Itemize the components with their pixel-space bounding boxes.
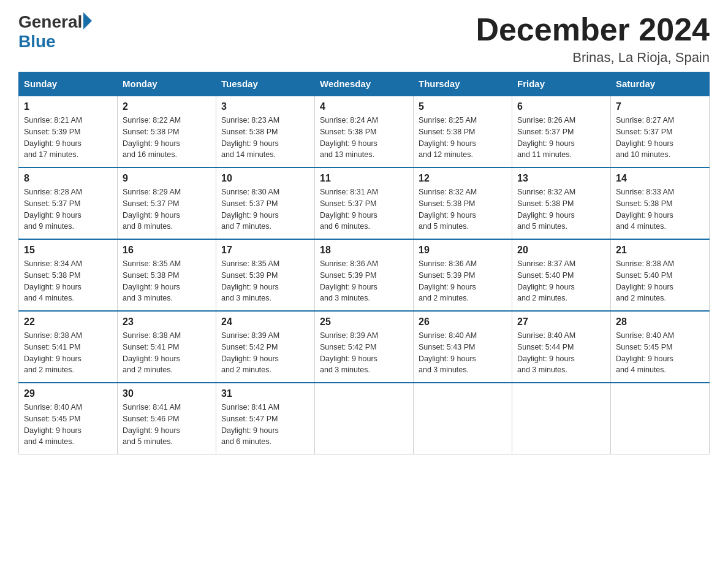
- month-title: December 2024: [476, 12, 710, 47]
- day-info: Sunrise: 8:38 AMSunset: 5:41 PMDaylight:…: [123, 330, 211, 376]
- day-info: Sunrise: 8:26 AMSunset: 5:37 PMDaylight:…: [517, 115, 605, 161]
- day-number: 4: [320, 101, 408, 112]
- day-number: 11: [320, 173, 408, 184]
- day-info: Sunrise: 8:38 AMSunset: 5:41 PMDaylight:…: [24, 330, 112, 376]
- day-info: Sunrise: 8:41 AMSunset: 5:46 PMDaylight:…: [123, 402, 211, 448]
- calendar-cell: 29Sunrise: 8:40 AMSunset: 5:45 PMDayligh…: [19, 383, 118, 454]
- calendar-cell: 2Sunrise: 8:22 AMSunset: 5:38 PMDaylight…: [118, 96, 216, 167]
- day-number: 2: [123, 101, 211, 112]
- calendar-cell: 4Sunrise: 8:24 AMSunset: 5:38 PMDaylight…: [315, 96, 414, 167]
- day-number: 15: [24, 245, 112, 256]
- day-number: 24: [221, 316, 309, 327]
- day-number: 23: [123, 316, 211, 327]
- day-info: Sunrise: 8:21 AMSunset: 5:39 PMDaylight:…: [24, 115, 112, 161]
- logo-arrow-icon: [83, 12, 92, 29]
- column-header-thursday: Thursday: [414, 72, 512, 96]
- column-header-tuesday: Tuesday: [216, 72, 315, 96]
- logo-blue-text: Blue: [18, 32, 56, 52]
- calendar-week-row: 1Sunrise: 8:21 AMSunset: 5:39 PMDaylight…: [19, 96, 710, 167]
- calendar-cell: 28Sunrise: 8:40 AMSunset: 5:45 PMDayligh…: [611, 311, 710, 383]
- calendar-cell: 7Sunrise: 8:27 AMSunset: 5:37 PMDaylight…: [611, 96, 710, 167]
- day-number: 16: [123, 245, 211, 256]
- calendar-cell: 8Sunrise: 8:28 AMSunset: 5:37 PMDaylight…: [19, 167, 118, 239]
- day-number: 20: [517, 245, 605, 256]
- calendar-cell: 18Sunrise: 8:36 AMSunset: 5:39 PMDayligh…: [315, 239, 414, 311]
- calendar-cell: 17Sunrise: 8:35 AMSunset: 5:39 PMDayligh…: [216, 239, 315, 311]
- day-info: Sunrise: 8:36 AMSunset: 5:39 PMDaylight:…: [419, 258, 507, 304]
- day-number: 10: [221, 173, 309, 184]
- calendar-header-row: SundayMondayTuesdayWednesdayThursdayFrid…: [19, 72, 710, 96]
- logo: General Blue: [18, 12, 92, 52]
- day-number: 12: [419, 173, 507, 184]
- day-number: 31: [221, 388, 309, 399]
- day-number: 7: [616, 101, 704, 112]
- day-info: Sunrise: 8:25 AMSunset: 5:38 PMDaylight:…: [419, 115, 507, 161]
- calendar-cell: [512, 383, 611, 454]
- calendar-week-row: 15Sunrise: 8:34 AMSunset: 5:38 PMDayligh…: [19, 239, 710, 311]
- calendar-cell: 16Sunrise: 8:35 AMSunset: 5:38 PMDayligh…: [118, 239, 216, 311]
- day-number: 25: [320, 316, 408, 327]
- day-number: 13: [517, 173, 605, 184]
- day-number: 3: [221, 101, 309, 112]
- day-number: 30: [123, 388, 211, 399]
- calendar-cell: 23Sunrise: 8:38 AMSunset: 5:41 PMDayligh…: [118, 311, 216, 383]
- calendar-cell: [414, 383, 512, 454]
- calendar-week-row: 22Sunrise: 8:38 AMSunset: 5:41 PMDayligh…: [19, 311, 710, 383]
- calendar-week-row: 8Sunrise: 8:28 AMSunset: 5:37 PMDaylight…: [19, 167, 710, 239]
- calendar-cell: 24Sunrise: 8:39 AMSunset: 5:42 PMDayligh…: [216, 311, 315, 383]
- day-info: Sunrise: 8:29 AMSunset: 5:37 PMDaylight:…: [123, 186, 211, 232]
- day-number: 14: [616, 173, 704, 184]
- calendar-cell: 21Sunrise: 8:38 AMSunset: 5:40 PMDayligh…: [611, 239, 710, 311]
- day-info: Sunrise: 8:40 AMSunset: 5:45 PMDaylight:…: [616, 330, 704, 376]
- column-header-friday: Friday: [512, 72, 611, 96]
- calendar-cell: 20Sunrise: 8:37 AMSunset: 5:40 PMDayligh…: [512, 239, 611, 311]
- day-number: 6: [517, 101, 605, 112]
- day-info: Sunrise: 8:41 AMSunset: 5:47 PMDaylight:…: [221, 402, 309, 448]
- day-info: Sunrise: 8:35 AMSunset: 5:38 PMDaylight:…: [123, 258, 211, 304]
- calendar-cell: 12Sunrise: 8:32 AMSunset: 5:38 PMDayligh…: [414, 167, 512, 239]
- calendar-cell: 5Sunrise: 8:25 AMSunset: 5:38 PMDaylight…: [414, 96, 512, 167]
- location-title: Brinas, La Rioja, Spain: [476, 50, 710, 66]
- day-info: Sunrise: 8:32 AMSunset: 5:38 PMDaylight:…: [419, 186, 507, 232]
- day-number: 26: [419, 316, 507, 327]
- logo-general-text: General: [18, 12, 82, 32]
- day-number: 27: [517, 316, 605, 327]
- calendar-cell: 22Sunrise: 8:38 AMSunset: 5:41 PMDayligh…: [19, 311, 118, 383]
- calendar-cell: 31Sunrise: 8:41 AMSunset: 5:47 PMDayligh…: [216, 383, 315, 454]
- day-info: Sunrise: 8:32 AMSunset: 5:38 PMDaylight:…: [517, 186, 605, 232]
- day-info: Sunrise: 8:39 AMSunset: 5:42 PMDaylight:…: [221, 330, 309, 376]
- calendar-cell: [315, 383, 414, 454]
- day-info: Sunrise: 8:22 AMSunset: 5:38 PMDaylight:…: [123, 115, 211, 161]
- day-info: Sunrise: 8:33 AMSunset: 5:38 PMDaylight:…: [616, 186, 704, 232]
- calendar-cell: 13Sunrise: 8:32 AMSunset: 5:38 PMDayligh…: [512, 167, 611, 239]
- calendar-cell: 14Sunrise: 8:33 AMSunset: 5:38 PMDayligh…: [611, 167, 710, 239]
- day-info: Sunrise: 8:34 AMSunset: 5:38 PMDaylight:…: [24, 258, 112, 304]
- calendar-cell: 30Sunrise: 8:41 AMSunset: 5:46 PMDayligh…: [118, 383, 216, 454]
- day-info: Sunrise: 8:31 AMSunset: 5:37 PMDaylight:…: [320, 186, 408, 232]
- day-number: 1: [24, 101, 112, 112]
- calendar-cell: 10Sunrise: 8:30 AMSunset: 5:37 PMDayligh…: [216, 167, 315, 239]
- day-number: 28: [616, 316, 704, 327]
- column-header-sunday: Sunday: [19, 72, 118, 96]
- column-header-monday: Monday: [118, 72, 216, 96]
- page-header: General Blue December 2024 Brinas, La Ri…: [18, 12, 710, 66]
- day-info: Sunrise: 8:40 AMSunset: 5:44 PMDaylight:…: [517, 330, 605, 376]
- calendar-cell: 11Sunrise: 8:31 AMSunset: 5:37 PMDayligh…: [315, 167, 414, 239]
- column-header-saturday: Saturday: [611, 72, 710, 96]
- calendar-cell: 27Sunrise: 8:40 AMSunset: 5:44 PMDayligh…: [512, 311, 611, 383]
- day-info: Sunrise: 8:38 AMSunset: 5:40 PMDaylight:…: [616, 258, 704, 304]
- day-info: Sunrise: 8:30 AMSunset: 5:37 PMDaylight:…: [221, 186, 309, 232]
- day-info: Sunrise: 8:40 AMSunset: 5:43 PMDaylight:…: [419, 330, 507, 376]
- day-number: 29: [24, 388, 112, 399]
- day-number: 18: [320, 245, 408, 256]
- day-number: 19: [419, 245, 507, 256]
- day-info: Sunrise: 8:24 AMSunset: 5:38 PMDaylight:…: [320, 115, 408, 161]
- column-header-wednesday: Wednesday: [315, 72, 414, 96]
- day-number: 8: [24, 173, 112, 184]
- calendar-table: SundayMondayTuesdayWednesdayThursdayFrid…: [18, 72, 710, 454]
- calendar-cell: 1Sunrise: 8:21 AMSunset: 5:39 PMDaylight…: [19, 96, 118, 167]
- day-info: Sunrise: 8:35 AMSunset: 5:39 PMDaylight:…: [221, 258, 309, 304]
- calendar-cell: [611, 383, 710, 454]
- day-number: 22: [24, 316, 112, 327]
- day-info: Sunrise: 8:37 AMSunset: 5:40 PMDaylight:…: [517, 258, 605, 304]
